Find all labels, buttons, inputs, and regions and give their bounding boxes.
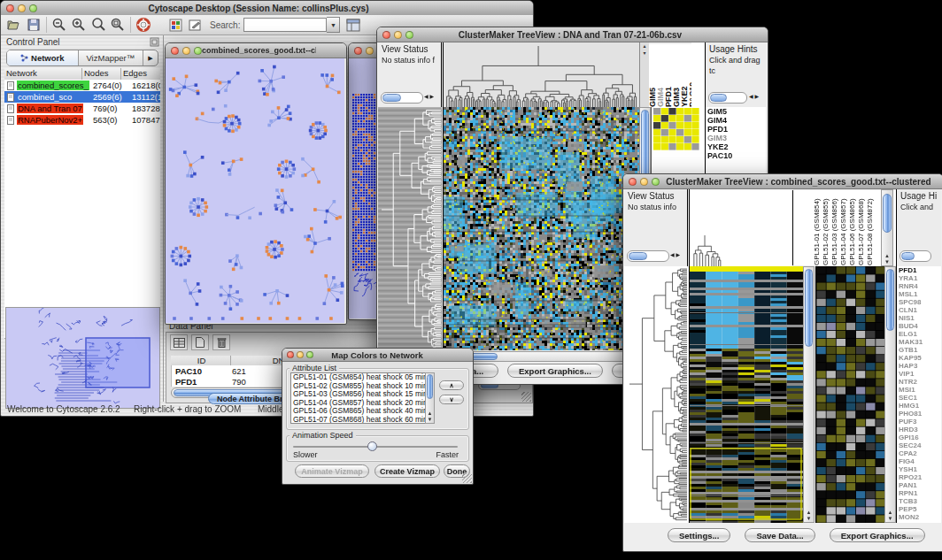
birdseye-view-canvas[interactable] — [5, 307, 160, 409]
gene-label[interactable]: RNR4 — [897, 282, 941, 290]
browser-panel-icon[interactable] — [344, 16, 363, 34]
gene-label[interactable]: SEC1 — [897, 394, 941, 402]
gene-label[interactable]: RPN1 — [897, 489, 941, 497]
col-header-network[interactable]: Network — [4, 68, 82, 80]
gene-label[interactable]: PAN1 — [897, 481, 941, 489]
tv2-usage-scrollbar[interactable] — [900, 250, 931, 262]
column-label[interactable]: GPL51-02 (GSM855) — [822, 190, 830, 265]
gene-label[interactable]: GTB1 — [897, 346, 941, 354]
treeview1-titlebar[interactable]: ClusterMaker TreeView : DNA and Tran 07-… — [377, 27, 768, 42]
attribute-item[interactable]: GPL51-07 (GSM868) heat shock 60 min — [291, 416, 426, 424]
search-dropdown-button[interactable]: ▼ — [327, 17, 340, 33]
close-button[interactable] — [171, 47, 179, 55]
column-label[interactable]: GIM5 — [649, 44, 656, 107]
gene-label[interactable]: PAC10 — [706, 151, 766, 160]
column-label[interactable]: GPL51-08 (GSM872) — [866, 190, 874, 265]
zoom-button[interactable] — [405, 31, 413, 39]
tab-network[interactable]: Network — [7, 50, 79, 65]
treeview-button[interactable]: Export Graphics... — [507, 364, 603, 378]
column-label[interactable]: GPL51-04 (GSM857) — [839, 190, 847, 265]
gene-label[interactable]: MAK31 — [897, 338, 941, 346]
close-button[interactable] — [382, 31, 390, 39]
tv1-usage-scrollbar[interactable] — [708, 92, 747, 104]
tv2-zoomed-heatmap[interactable] — [815, 266, 885, 523]
delete-attribute-trash-icon[interactable] — [212, 334, 230, 350]
zoom-button[interactable] — [652, 178, 660, 186]
gene-label[interactable]: MON2 — [897, 513, 941, 521]
zoom-button[interactable] — [194, 47, 202, 55]
close-button[interactable] — [629, 178, 637, 186]
gene-label[interactable]: KAP95 — [897, 354, 941, 362]
col-header-edges[interactable]: Edges — [121, 68, 160, 80]
save-icon[interactable] — [24, 16, 43, 34]
tv2-status-scrollbar[interactable] — [627, 250, 669, 262]
gene-label[interactable]: GPI16 — [897, 433, 941, 441]
treeview2-titlebar[interactable]: ClusterMaker TreeView : combined_scores_… — [623, 174, 942, 189]
gene-label[interactable]: SPC98 — [897, 298, 941, 306]
gene-label[interactable]: GIM3 — [706, 134, 766, 142]
treeview-button[interactable]: Settings... — [668, 528, 730, 542]
zoom-selected-icon[interactable] — [89, 16, 108, 34]
tv2-global-heatmap[interactable] — [689, 266, 803, 523]
tv2-row-dendrogram[interactable] — [624, 266, 688, 523]
network-canvas-1[interactable] — [166, 58, 344, 323]
close-button[interactable] — [287, 351, 294, 358]
gene-label[interactable]: MSI1 — [897, 386, 941, 394]
tv1-row-dendrogram[interactable] — [378, 107, 442, 350]
animation-speed-slider-thumb[interactable] — [367, 441, 377, 451]
main-titlebar[interactable]: Cytoscape Desktop (Session Name: collins… — [1, 1, 533, 16]
close-button[interactable] — [6, 4, 14, 12]
gene-label[interactable]: RPO21 — [897, 473, 941, 481]
column-label[interactable]: GIM3 — [673, 44, 680, 107]
column-label[interactable]: GPL51-07 (GSM868) — [857, 190, 865, 265]
gene-label[interactable]: NTR2 — [897, 378, 941, 386]
minimize-button[interactable] — [297, 351, 304, 358]
column-label[interactable]: GPL51-06 (GSM865) — [848, 190, 856, 265]
gene-label[interactable]: YRA1 — [897, 274, 941, 282]
column-label[interactable]: YKE2 — [681, 44, 688, 107]
tv1-global-mini-heatmap[interactable] — [653, 108, 699, 150]
dialog-resize-grip[interactable] — [462, 473, 472, 483]
gene-label[interactable]: PHO81 — [897, 410, 941, 418]
tv2-global-vscrollbar[interactable]: ▲▼ — [803, 266, 815, 523]
zoom-in-icon[interactable] — [69, 16, 89, 34]
zoom-button[interactable] — [306, 351, 313, 358]
float-panel-icon[interactable] — [150, 35, 159, 50]
tv1-dendro-scroll-strip[interactable]: ▴▾ — [639, 42, 649, 107]
gene-label[interactable]: YSH1 — [897, 465, 941, 473]
column-label[interactable]: GPL51-01 (GSM854) — [813, 190, 821, 265]
gene-label[interactable]: NIS1 — [897, 314, 941, 322]
gene-label[interactable]: GIM4 — [706, 116, 766, 125]
gene-label[interactable]: PEP5 — [897, 505, 941, 513]
tv1-status-scrollbar[interactable] — [381, 92, 423, 104]
animation-speed-slider[interactable] — [293, 442, 458, 451]
gene-label[interactable]: CLN1 — [897, 306, 941, 314]
tab-overflow-button[interactable]: ▶ — [143, 50, 158, 65]
gene-label[interactable]: PUF3 — [897, 418, 941, 426]
gene-label[interactable]: HMG1 — [897, 402, 941, 410]
animate-vizmap-button[interactable]: Animate Vizmap — [295, 464, 369, 478]
tab-vizmapper[interactable]: VizMapper™ — [79, 50, 143, 65]
open-file-icon[interactable] — [4, 16, 24, 34]
gene-label[interactable]: HAP3 — [897, 362, 941, 370]
network-row[interactable]: DNA and Tran 07 769(0) 183728(0) — [4, 103, 160, 114]
minimize-button[interactable] — [366, 47, 374, 55]
minimize-button[interactable] — [182, 47, 190, 55]
gene-label[interactable]: MSL1 — [897, 290, 941, 298]
minimize-button[interactable] — [18, 4, 26, 12]
network-row[interactable]: RNAPuberNov2+ 563(0) 107847(0) — [4, 114, 160, 126]
annotation-icon[interactable] — [185, 16, 205, 34]
tv2-gene-vscrollbar[interactable]: ▲▼ — [884, 266, 896, 523]
gene-label[interactable]: HRD3 — [897, 426, 941, 433]
gene-label[interactable]: YKE2 — [706, 142, 766, 151]
treeview-button[interactable]: Save Data... — [745, 528, 815, 542]
vizmapper-icon[interactable] — [166, 16, 185, 34]
new-attribute-icon[interactable] — [191, 334, 209, 350]
tv1-heatmap[interactable] — [443, 107, 639, 350]
zoom-button[interactable] — [29, 4, 37, 12]
network-row[interactable]: combined_scores_ 2764(0) 16218(0) — [4, 80, 160, 91]
search-input[interactable] — [243, 18, 327, 32]
column-label[interactable]: GPL51-03 (GSM856) — [830, 190, 838, 265]
gene-label[interactable]: PFD1 — [706, 125, 766, 134]
resize-grip[interactable] — [521, 392, 531, 402]
